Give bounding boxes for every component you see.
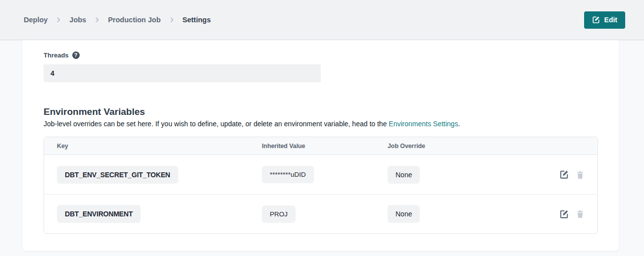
breadcrumb-header: Deploy Jobs Production Job Settings Edit [0,0,644,40]
env-var-inherited-value: ********uDID [262,166,314,183]
chevron-right-icon [168,16,175,23]
breadcrumb-current-settings: Settings [183,16,211,24]
pencil-square-icon [559,209,569,219]
breadcrumb-item-production-job[interactable]: Production Job [108,16,160,24]
delete-row-button[interactable] [576,170,585,179]
breadcrumb: Deploy Jobs Production Job Settings [24,16,211,24]
delete-row-button[interactable] [576,209,585,218]
chevron-right-icon [55,16,62,23]
edit-button-label: Edit [604,16,617,24]
chevron-right-icon [94,16,100,23]
section-title: Environment Variables [44,106,598,117]
column-header-inherited-value: Inherited Value [262,143,388,150]
table-header-row: Key Inherited Value Job Override [44,137,597,155]
edit-row-button[interactable] [559,170,569,179]
threads-label: Threads [44,51,69,59]
description-period: . [458,120,460,128]
edit-button[interactable]: Edit [584,11,625,29]
breadcrumb-item-deploy[interactable]: Deploy [24,16,48,24]
page-background: Threads ? Environment Variables Job-leve… [0,40,644,251]
pencil-square-icon [592,16,600,24]
trash-icon [576,209,585,218]
table-row: DBT_ENVIRONMENT PROJ None [44,194,597,233]
threads-field: Threads ? [44,51,598,82]
column-header-key: Key [57,143,262,150]
column-header-job-override: Job Override [388,143,560,150]
section-description: Job-level overrides can be set here. If … [44,120,598,128]
breadcrumb-item-jobs[interactable]: Jobs [69,16,86,24]
env-vars-table: Key Inherited Value Job Override DBT_ENV… [44,137,598,234]
environments-settings-link[interactable]: Environments Settings [389,120,458,128]
edit-row-button[interactable] [559,209,569,219]
trash-icon [576,170,585,179]
env-var-inherited-value: PROJ [262,205,296,223]
pencil-square-icon [559,170,569,179]
table-row: DBT_ENV_SECRET_GIT_TOKEN ********uDID No… [44,155,597,194]
env-var-key: DBT_ENV_SECRET_GIT_TOKEN [57,166,178,184]
env-var-key: DBT_ENVIRONMENT [57,205,141,223]
env-var-job-override: None [388,205,420,223]
question-circle-icon[interactable]: ? [72,51,80,59]
job-settings-card: Threads ? Environment Variables Job-leve… [22,40,619,251]
description-text: Job-level overrides can be set here. If … [44,120,389,128]
env-var-job-override: None [388,166,420,184]
threads-input[interactable] [44,64,321,82]
